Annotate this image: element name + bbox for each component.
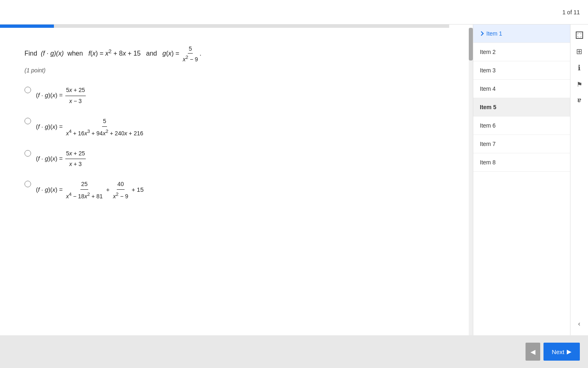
flag-button[interactable]: ⚑ [572, 77, 587, 92]
annotate-icon: a [577, 97, 581, 104]
answer-option-b: (f · g)(x) = 5 x4 + 16x3 + 94x2 + 240x +… [24, 116, 425, 139]
sidebar: Item 1 Item 2 Item 3 Item 4 Item 5 Item … [473, 25, 570, 335]
sidebar-item-label: Item 4 [480, 85, 496, 92]
sidebar-item-item6[interactable]: Item 6 [473, 117, 570, 135]
info-icon: ℹ [578, 63, 581, 72]
radio-b[interactable] [24, 118, 31, 124]
progress-bar-fill [0, 25, 54, 28]
main-content: Find (f · g)(x) when f(x) = x2 + 8x + 15… [0, 28, 449, 335]
sidebar-item-item8[interactable]: Item 8 [473, 153, 570, 172]
next-label: Next [552, 348, 564, 355]
next-arrow-icon: ▶ [567, 348, 572, 355]
g-function-fraction: 5 x2 − 9 [182, 44, 199, 64]
answer-c-formula: (f · g)(x) = 5x + 25 x + 3 [36, 148, 87, 169]
sidebar-item-label: Item 5 [480, 104, 496, 110]
sidebar-item-label: Item 2 [480, 49, 496, 55]
active-arrow-icon [479, 31, 483, 36]
top-bar: 1 of 11 [0, 0, 588, 25]
radio-d[interactable] [24, 181, 31, 187]
annotate-button[interactable]: a [572, 93, 587, 108]
sidebar-item-label: Item 1 [486, 30, 502, 37]
prev-button[interactable]: ◀ [526, 343, 540, 361]
sidebar-item-label: Item 3 [480, 67, 496, 74]
next-button[interactable]: Next ▶ [543, 343, 580, 361]
page-counter: 1 of 11 [562, 9, 580, 16]
sidebar-item-item2[interactable]: Item 2 [473, 43, 570, 61]
sidebar-item-item1[interactable]: Item 1 [473, 25, 570, 43]
answer-option-c: (f · g)(x) = 5x + 25 x + 3 [24, 148, 425, 169]
answer-b-formula: (f · g)(x) = 5 x4 + 16x3 + 94x2 + 240x +… [36, 116, 145, 139]
sidebar-item-label: Item 6 [480, 122, 496, 129]
info-button[interactable]: ℹ [572, 61, 587, 75]
radio-c[interactable] [24, 150, 31, 157]
question-text: Find (f · g)(x) when f(x) = x2 + 8x + 15… [24, 44, 425, 64]
tool-panel: ⛶ ⊞ ℹ ⚑ a ‹ [570, 25, 588, 335]
sidebar-item-label: Item 8 [480, 159, 496, 166]
scroll-thumb[interactable] [469, 28, 473, 61]
grid-button[interactable]: ⊞ [572, 44, 587, 59]
chevron-left-icon: ‹ [578, 320, 580, 328]
prev-arrow-icon: ◀ [530, 348, 535, 356]
fullscreen-icon: ⛶ [576, 31, 583, 39]
bottom-bar: ◀ Next ▶ [0, 335, 588, 368]
radio-a[interactable] [24, 87, 31, 93]
sidebar-item-item3[interactable]: Item 3 [473, 61, 570, 80]
answer-d-formula: (f · g)(x) = 25 x4 − 18x2 + 81 + 40 x2 −… [36, 179, 144, 202]
answer-a-formula: (f · g)(x) = 5x + 25 x − 3 [36, 85, 87, 106]
sidebar-item-item4[interactable]: Item 4 [473, 80, 570, 98]
answer-option-d: (f · g)(x) = 25 x4 − 18x2 + 81 + 40 x2 −… [24, 179, 425, 202]
progress-bar-track [0, 25, 449, 28]
flag-icon: ⚑ [577, 81, 582, 88]
sidebar-item-label: Item 7 [480, 141, 496, 147]
grid-icon: ⊞ [576, 47, 582, 56]
answer-option-a: (f · g)(x) = 5x + 25 x − 3 [24, 85, 425, 106]
scroll-track[interactable] [469, 28, 473, 335]
sidebar-item-item7[interactable]: Item 7 [473, 135, 570, 153]
points-label: (1 point) [24, 67, 425, 74]
sidebar-item-item5[interactable]: Item 5 [473, 98, 570, 117]
collapse-sidebar-button[interactable]: ‹ [572, 316, 587, 331]
fullscreen-button[interactable]: ⛶ [572, 28, 587, 43]
